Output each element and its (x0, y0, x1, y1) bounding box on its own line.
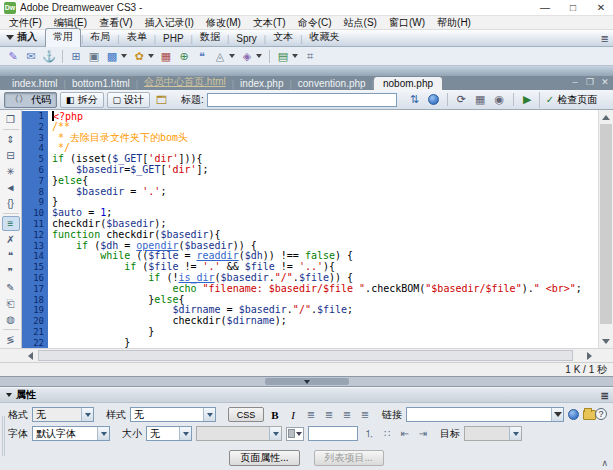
doc-close-icon[interactable]: ✕ (600, 77, 610, 88)
line-numbers-icon[interactable]: ≡ (2, 216, 20, 231)
code-view-button[interactable]: 〈〉代码 (4, 92, 57, 108)
doc-restore-icon[interactable]: ❐ (585, 77, 595, 88)
indent-icon[interactable]: ⇥ (416, 427, 430, 440)
wrap-tag-icon[interactable]: ✎ (2, 280, 20, 295)
format-source-icon[interactable]: ≶ (2, 332, 20, 347)
collapse-full-tag-icon[interactable]: ⇕ (2, 132, 20, 147)
insert-bar-label[interactable]: 插入 (4, 30, 45, 46)
head-icon-dropdown[interactable] (229, 54, 235, 58)
unordered-list-icon[interactable]: ∷ (380, 427, 394, 440)
css-button[interactable]: CSS (228, 407, 264, 422)
maximize-icon[interactable]: □ (567, 2, 579, 13)
insert-div-icon[interactable]: ▣ (86, 49, 102, 64)
insert-tab-文本[interactable]: 文本 (266, 29, 300, 46)
recent-snippets-icon[interactable]: ⎗ (2, 296, 20, 311)
panel-divider[interactable] (0, 376, 613, 387)
align-center-icon[interactable]: ≣ (322, 408, 336, 421)
align-justify-icon[interactable]: ≣ (358, 408, 372, 421)
tag-chooser-icon[interactable]: ⌗ (302, 49, 318, 64)
scroll-up-icon[interactable] (599, 110, 613, 124)
menu-item-8[interactable]: 窗口(W) (383, 16, 431, 30)
email-link-icon[interactable]: ✉ (23, 49, 39, 64)
ordered-list-icon[interactable]: ⒈ (362, 427, 376, 440)
text-color-picker[interactable] (286, 427, 304, 441)
collapse-handle[interactable] (265, 378, 349, 385)
design-view-button[interactable]: ▢设计 (107, 92, 151, 108)
outdent-icon[interactable]: ⇤ (398, 427, 412, 440)
table-icon[interactable]: ⊞ (68, 49, 84, 64)
bold-button[interactable]: B (268, 409, 282, 421)
remove-comment-icon[interactable]: ❞ (2, 264, 20, 279)
doc-tab-会员中心首页.html[interactable]: 会员中心首页.html (138, 75, 232, 90)
horizontal-scroll-thumb[interactable] (38, 350, 573, 361)
server-include-icon[interactable]: ⊕ (176, 49, 192, 64)
doc-minimize-icon[interactable]: ‒ (570, 77, 580, 88)
page-properties-button[interactable]: 页面属性... (229, 450, 299, 466)
insert-tab-表单[interactable]: 表单 (120, 29, 154, 46)
open-documents-icon[interactable]: ❐ (2, 112, 20, 127)
expand-all-icon[interactable]: ✳ (2, 164, 20, 179)
comment-icon[interactable]: ❝ (194, 49, 210, 64)
align-right-icon[interactable]: ≣ (340, 408, 354, 421)
size-select[interactable]: 无 (146, 426, 192, 441)
insert-tab-Spry[interactable]: Spry (229, 32, 264, 46)
move-css-icon[interactable]: ◍ (2, 312, 20, 327)
media-icon[interactable]: ✿ (131, 49, 147, 64)
image-icon-dropdown[interactable] (121, 54, 127, 58)
templates-icon-dropdown[interactable] (292, 54, 298, 58)
hyperlink-icon[interactable]: ✎ (5, 49, 21, 64)
minimize-icon[interactable]: — (539, 2, 551, 13)
scroll-right-icon[interactable] (581, 349, 597, 362)
link-input[interactable] (406, 407, 564, 422)
insert-tab-收藏夹[interactable]: 收藏夹 (303, 29, 347, 46)
panel-resize-icon[interactable]: ∧ (601, 458, 608, 468)
head-icon[interactable]: ◬ (212, 49, 228, 64)
view-options-icon[interactable]: ▦ (472, 92, 489, 108)
code-editor[interactable]: 1<?php2/**3 * 去除目录文件夹下的bom头4 */5if (isse… (22, 110, 598, 348)
templates-icon[interactable]: ▤ (275, 49, 291, 64)
vertical-scroll-thumb[interactable] (600, 124, 612, 324)
properties-menu-icon[interactable]: ≣ (601, 390, 609, 401)
image-icon[interactable]: ▩ (104, 49, 120, 64)
title-input[interactable] (207, 93, 397, 107)
insert-bar-menu-icon[interactable]: ≣ (601, 33, 609, 44)
validate-markup-icon[interactable]: ▶ (519, 92, 536, 108)
font-select[interactable]: 默认字体 (32, 426, 110, 441)
refresh-icon[interactable]: ⟳ (453, 92, 470, 108)
menu-item-0[interactable]: 文件(F) (3, 16, 48, 30)
close-icon[interactable]: ✕ (595, 2, 607, 13)
scroll-down-icon[interactable] (599, 334, 613, 348)
doc-tab-index.php[interactable]: index.php (234, 78, 289, 90)
apply-comment-icon[interactable]: ❝ (2, 248, 20, 263)
doc-tab-convention.php[interactable]: convention.php (292, 78, 372, 90)
color-value-input[interactable] (308, 426, 358, 441)
insert-tab-数据[interactable]: 数据 (193, 29, 227, 46)
point-to-file-icon[interactable] (568, 409, 579, 420)
script-icon-dropdown[interactable] (256, 54, 262, 58)
doc-tab-bottom1.html[interactable]: bottom1.html (66, 78, 136, 90)
italic-button[interactable]: I (286, 409, 300, 421)
media-icon-dropdown[interactable] (148, 54, 154, 58)
insert-tab-布局[interactable]: 布局 (83, 29, 117, 46)
split-view-button[interactable]: ◧拆分 (60, 92, 104, 108)
balance-braces-icon[interactable]: {} (2, 196, 20, 211)
insert-tab-常用[interactable]: 常用 (45, 28, 81, 47)
date-icon[interactable]: ▦ (158, 49, 174, 64)
live-data-icon-button[interactable]: 🗔 (153, 92, 170, 108)
menu-item-9[interactable]: 帮助(H) (431, 16, 477, 30)
vertical-scrollbar[interactable] (598, 110, 613, 348)
collapse-selection-icon[interactable]: ⊟ (2, 148, 20, 163)
horizontal-scrollbar[interactable] (0, 348, 613, 362)
check-page-button[interactable]: ✓ 检查页面 (539, 92, 603, 108)
file-management-icon[interactable]: ⇅ (406, 92, 423, 108)
named-anchor-icon[interactable]: ⚓ (41, 49, 57, 64)
style-select[interactable]: 无 (130, 407, 216, 422)
scroll-left-icon[interactable] (22, 349, 38, 362)
help-icon[interactable]: ? (595, 408, 607, 420)
highlight-invalid-code-icon[interactable]: ✗ (2, 232, 20, 247)
doc-tab-nobom.php[interactable]: nobom.php (374, 77, 442, 90)
script-icon[interactable]: ◈ (239, 49, 255, 64)
preview-browser-icon[interactable] (425, 92, 442, 108)
properties-header[interactable]: 属性 ≣ (0, 388, 613, 403)
align-left-icon[interactable]: ≣ (304, 408, 318, 421)
